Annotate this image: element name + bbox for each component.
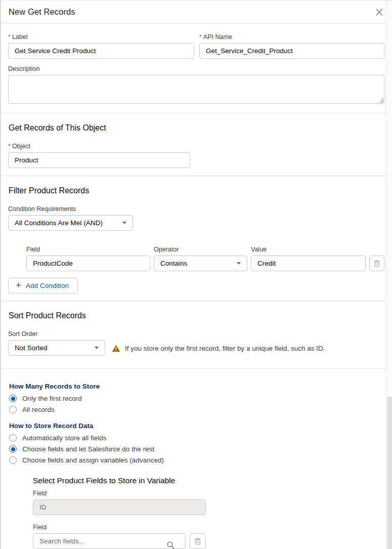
radio-choose-fields-salesforce[interactable]: Choose fields and let Salesforce do the … xyxy=(9,445,384,453)
how-many-records-heading: How Many Records to Store xyxy=(9,383,384,390)
object-field-group: *Object xyxy=(8,143,190,168)
api-name-field-group: *API Name xyxy=(199,33,384,59)
api-name-field-label: API Name xyxy=(203,33,232,40)
sort-warning: If you store only the first record, filt… xyxy=(112,345,325,352)
modal-header: New Get Records xyxy=(1,1,392,24)
new-get-records-modal: New Get Records *Label *API Name Descrip… xyxy=(0,0,392,549)
api-name-input[interactable] xyxy=(199,43,384,59)
object-field-label: Object xyxy=(12,143,30,150)
chevron-down-icon xyxy=(122,222,126,224)
stored-field-input xyxy=(33,499,206,515)
sort-order-select[interactable]: Not Sorted xyxy=(8,340,105,356)
filter-section-heading: Filter Product Records xyxy=(9,186,384,195)
radio-icon[interactable] xyxy=(9,395,17,402)
radio-label[interactable]: Choose fields and assign variables (adva… xyxy=(22,456,164,464)
chevron-down-icon xyxy=(237,262,241,265)
object-section-heading: Get Records of This Object xyxy=(9,123,384,133)
radio-only-first-record[interactable]: Only the first record xyxy=(9,395,384,402)
description-textarea[interactable] xyxy=(8,75,384,104)
warning-icon xyxy=(112,345,120,352)
section-object: Get Records of This Object *Object xyxy=(1,113,392,176)
object-input[interactable] xyxy=(8,152,190,168)
description-field-label: Description xyxy=(8,65,384,72)
delete-field-button[interactable] xyxy=(190,533,206,549)
trash-icon xyxy=(194,537,201,545)
condition-operator-value: Contains xyxy=(160,260,187,267)
label-field-group: *Label xyxy=(8,33,194,59)
condition-requirements-label: Condition Requirements xyxy=(8,205,133,213)
condition-operator-label: Operator xyxy=(154,246,247,253)
stored-field-group: Field xyxy=(33,490,206,515)
search-field-group: Field xyxy=(33,524,384,549)
how-to-store-heading: How to Store Record Data xyxy=(9,422,384,430)
sort-order-value: Not Sorted xyxy=(15,344,48,352)
select-fields-heading: Select Product Fields to Store in Variab… xyxy=(33,476,384,485)
radio-label[interactable]: Only the first record xyxy=(22,395,82,402)
radio-all-records[interactable]: All records xyxy=(9,406,384,413)
radio-icon[interactable] xyxy=(9,406,17,413)
label-input[interactable] xyxy=(8,43,194,59)
required-asterisk: * xyxy=(199,33,202,40)
page-title: New Get Records xyxy=(9,7,75,17)
add-condition-button[interactable]: + Add Condition xyxy=(8,278,78,293)
radio-icon[interactable] xyxy=(9,434,17,442)
condition-field-group: Field xyxy=(26,246,150,271)
add-condition-label: Add Condition xyxy=(26,282,69,289)
trash-icon xyxy=(373,260,380,267)
condition-field-input[interactable] xyxy=(26,256,150,271)
condition-requirements-select[interactable]: All Conditions Are Met (AND) xyxy=(8,215,133,231)
close-button[interactable] xyxy=(374,7,385,18)
condition-value-group: Value xyxy=(251,246,366,271)
section-store: How Many Records to Store Only the first… xyxy=(1,369,392,549)
radio-label[interactable]: Automatically store all fields xyxy=(22,434,107,442)
sort-order-group: Sort Order Not Sorted xyxy=(8,330,105,356)
radio-label[interactable]: Choose fields and let Salesforce do the … xyxy=(22,445,154,453)
condition-requirements-value: All Conditions Are Met (AND) xyxy=(15,219,103,227)
sort-section-heading: Sort Product Records xyxy=(9,311,384,320)
required-asterisk: * xyxy=(8,143,11,150)
required-asterisk: * xyxy=(8,33,11,40)
vertical-scrollbar[interactable] xyxy=(386,1,392,549)
stored-field-label: Field xyxy=(33,490,206,497)
radio-icon[interactable] xyxy=(9,445,17,453)
scrollbar-thumb[interactable] xyxy=(387,397,392,549)
condition-value-label: Value xyxy=(251,246,366,253)
radio-icon[interactable] xyxy=(9,456,17,464)
condition-value-input[interactable] xyxy=(251,256,366,271)
description-field-group: Description xyxy=(8,65,384,106)
section-sort: Sort Product Records Sort Order Not Sort… xyxy=(1,301,392,369)
plus-icon: + xyxy=(16,280,21,290)
condition-operator-group: Operator Contains xyxy=(154,246,247,271)
radio-choose-fields-advanced[interactable]: Choose fields and assign variables (adva… xyxy=(9,456,384,464)
label-field-label: Label xyxy=(12,33,28,40)
search-fields-input[interactable] xyxy=(33,533,186,549)
sort-warning-text: If you store only the first record, filt… xyxy=(125,345,325,352)
condition-row: Field Operator Contains Value xyxy=(26,246,384,271)
condition-operator-select[interactable]: Contains xyxy=(154,256,247,271)
close-icon xyxy=(376,9,383,16)
condition-field-label: Field xyxy=(26,246,150,253)
radio-automatically-store[interactable]: Automatically store all fields xyxy=(9,434,384,442)
search-field-label: Field xyxy=(33,524,384,531)
condition-requirements-group: Condition Requirements All Conditions Ar… xyxy=(8,205,133,231)
section-basic-info: *Label *API Name Description xyxy=(1,24,392,113)
select-fields-subsection: Select Product Fields to Store in Variab… xyxy=(33,476,384,549)
radio-label[interactable]: All records xyxy=(22,406,55,413)
sort-order-label: Sort Order xyxy=(8,330,105,337)
chevron-down-icon xyxy=(95,347,99,349)
delete-condition-button[interactable] xyxy=(369,256,384,271)
section-filter: Filter Product Records Condition Require… xyxy=(1,176,392,301)
